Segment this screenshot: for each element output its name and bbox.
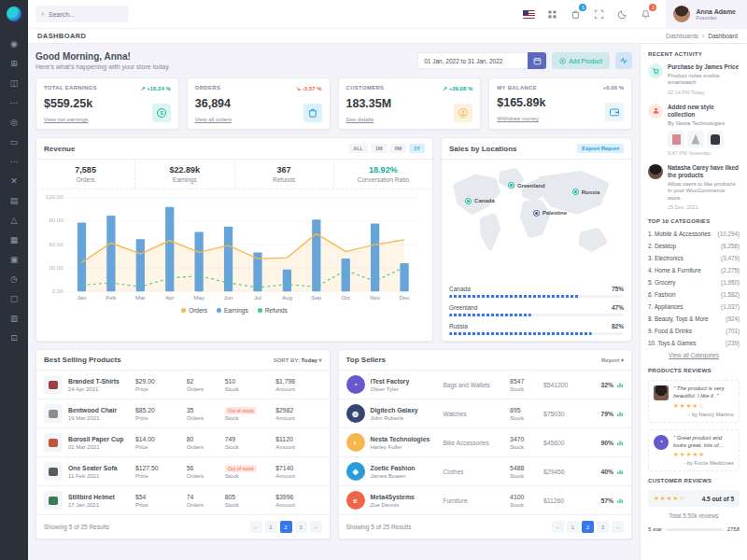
forms-icon[interactable]: ▣ [10, 256, 19, 264]
seller-row[interactable]: ◍ Digitech Galaxy John Roberts Watches 8… [339, 399, 632, 428]
kpi-value: 367 [235, 165, 333, 175]
fullscreen-button[interactable] [592, 7, 605, 21]
activity-avatar [648, 164, 663, 179]
add-product-button[interactable]: Add Product [552, 52, 610, 69]
apps-menu-button[interactable] [545, 7, 558, 21]
app-logo[interactable] [0, 0, 28, 28]
apps-icon[interactable]: ⊞ [10, 60, 18, 68]
widgets-icon[interactable]: ▤ [10, 197, 19, 205]
legend-item-orders[interactable]: Orders [181, 307, 207, 314]
shortcuts-button[interactable] [615, 52, 632, 69]
category-row[interactable]: 4. Home & Furniture(2,275) [648, 267, 740, 273]
pager-page-3[interactable]: 3 [295, 521, 307, 533]
stat-link[interactable]: Withdraw money [497, 116, 545, 121]
pager-page-2[interactable]: 2 [582, 521, 594, 533]
pages-more-icon[interactable]: ⋯ [10, 99, 19, 107]
tables-icon[interactable]: ◷ [10, 275, 18, 284]
world-map[interactable]: Greenland Canada Russia Palestine [447, 163, 626, 273]
range-button-1y[interactable]: 1Y [409, 144, 425, 153]
stat-link[interactable]: View all orders [195, 117, 232, 122]
pages-icon[interactable]: ▭ [10, 138, 19, 147]
export-report-button[interactable]: Export Report [577, 144, 624, 153]
product-row[interactable]: Borosil Paper Cup 01 Mar 2021 $14.00Pric… [36, 428, 330, 457]
date-range-input[interactable] [417, 52, 528, 69]
seller-row[interactable]: e Meta4Systems Zoe Dennis Furniture 4100… [339, 486, 632, 515]
stat-value: $165.89k [497, 96, 545, 109]
components-icon[interactable]: ✕ [10, 177, 18, 186]
calendar-button[interactable] [528, 52, 546, 69]
seller-row[interactable]: ◗ Nesta Technologies Harley Fuller Bike … [339, 428, 632, 457]
sort-by-dropdown[interactable]: SORT BY: Today ▾ [274, 357, 322, 363]
category-row[interactable]: 9. Food & Drinks(701) [648, 328, 740, 334]
language-flag[interactable] [522, 7, 535, 21]
stat-link[interactable]: View net earnings [44, 117, 92, 122]
product-name: Bentwood Chair [68, 407, 135, 413]
seller-row[interactable]: ◆ Zoetic Fashion James Bowen Clothes 548… [339, 457, 632, 486]
advance-ui-icon[interactable]: ▦ [10, 236, 19, 245]
range-button-1m[interactable]: 1M [371, 144, 388, 153]
pager-prev[interactable]: ← [552, 521, 564, 533]
cart-button[interactable]: 5 [569, 7, 582, 21]
product-name: Stillbird Helmet [68, 494, 135, 500]
svg-text:30.00: 30.00 [49, 265, 63, 270]
product-stock: Out of stock [225, 407, 276, 413]
product-thumb[interactable] [707, 131, 724, 147]
authentication-icon[interactable]: ◎ [10, 119, 18, 127]
multilevel-icon[interactable]: ⊡ [10, 334, 18, 343]
map-marker-russia[interactable]: Russia [572, 189, 600, 195]
svg-text:90.00: 90.00 [49, 218, 63, 223]
search-input[interactable] [49, 11, 123, 18]
category-row[interactable]: 10. Toys & Games(239) [648, 340, 740, 346]
range-button-6m[interactable]: 6M [390, 144, 407, 153]
category-row[interactable]: 5. Grocery(1,950) [648, 279, 740, 286]
product-row[interactable]: One Seater Sofa 11 Feb 2021 $127.50Price… [36, 457, 330, 486]
landing-more-icon[interactable]: ⋯ [10, 158, 19, 166]
pager-page-1[interactable]: 1 [265, 521, 277, 533]
stat-card-customers: CUSTOMERS ↗ +29.08 % 183.35M See details [338, 77, 482, 130]
legend-item-earnings[interactable]: Earnings [217, 307, 248, 314]
product-thumb[interactable] [668, 131, 684, 147]
category-row[interactable]: 6. Fashion(1,582) [648, 291, 740, 298]
range-button-all[interactable]: ALL [348, 144, 368, 153]
stat-delta: +0.00 % [603, 85, 624, 91]
pager-prev[interactable]: ← [250, 521, 262, 533]
map-marker-canada[interactable]: Canada [465, 198, 495, 204]
category-row[interactable]: 3. Electronics(3,479) [648, 255, 740, 261]
category-row[interactable]: 2. Desktop(6,256) [648, 243, 740, 249]
pager-page-3[interactable]: 3 [597, 521, 609, 533]
charts-icon[interactable]: ▢ [10, 295, 19, 303]
category-row[interactable]: 1. Mobile & Accessories(10,294) [648, 231, 740, 237]
product-row[interactable]: Bentwood Chair 19 Mar 2021 $85.20Price 3… [36, 399, 330, 428]
notifications-button[interactable]: 3 [639, 7, 652, 21]
legend-item-refunds[interactable]: Refunds [258, 307, 288, 314]
maps-icon[interactable]: ▥ [10, 315, 19, 323]
breadcrumb-parent[interactable]: Dashboards [666, 33, 698, 39]
dark-mode-toggle[interactable] [615, 7, 628, 21]
search-box[interactable] [35, 6, 129, 22]
pager-page-2[interactable]: 2 [280, 521, 292, 533]
category-row[interactable]: 7. Appliances(1,037) [648, 303, 740, 310]
product-thumb[interactable] [687, 131, 704, 147]
activity-time: 9:47 PM Yesterday [668, 150, 740, 156]
product-row[interactable]: Stillbird Helmet 17 Jan 2021 $54Price 74… [36, 486, 330, 515]
view-all-categories-link[interactable]: View all Categories [648, 352, 740, 358]
stat-link[interactable]: See details [346, 117, 392, 122]
pager-next[interactable]: → [310, 521, 322, 533]
seller-person: Zoe Dennis [371, 502, 444, 508]
product-row[interactable]: Branded T-Shirts 24 Apr 2021 $29.00Price… [36, 371, 330, 399]
map-marker-greenland[interactable]: Greenland [508, 182, 545, 189]
seller-percent: 79% [592, 410, 624, 417]
seller-row[interactable]: ◔ iTest Factory Oliver Tyler Bags and Wa… [339, 371, 632, 399]
user-avatar [673, 6, 690, 22]
base-ui-icon[interactable]: △ [11, 217, 18, 225]
pager-page-1[interactable]: 1 [567, 521, 579, 533]
dashboards-icon[interactable]: ◉ [10, 40, 18, 49]
layouts-icon[interactable]: ◫ [10, 79, 19, 88]
report-dropdown[interactable]: Report ▾ [601, 357, 624, 363]
map-marker-palestine[interactable]: Palestine [533, 210, 567, 217]
category-name: 10. Toys & Games [648, 340, 696, 346]
pager-next[interactable]: → [612, 521, 624, 533]
user-menu[interactable]: Anna Adame Founder [666, 0, 747, 28]
category-row[interactable]: 8. Beauty, Toys & More(924) [648, 315, 740, 322]
activity-thumbnails [668, 131, 740, 147]
